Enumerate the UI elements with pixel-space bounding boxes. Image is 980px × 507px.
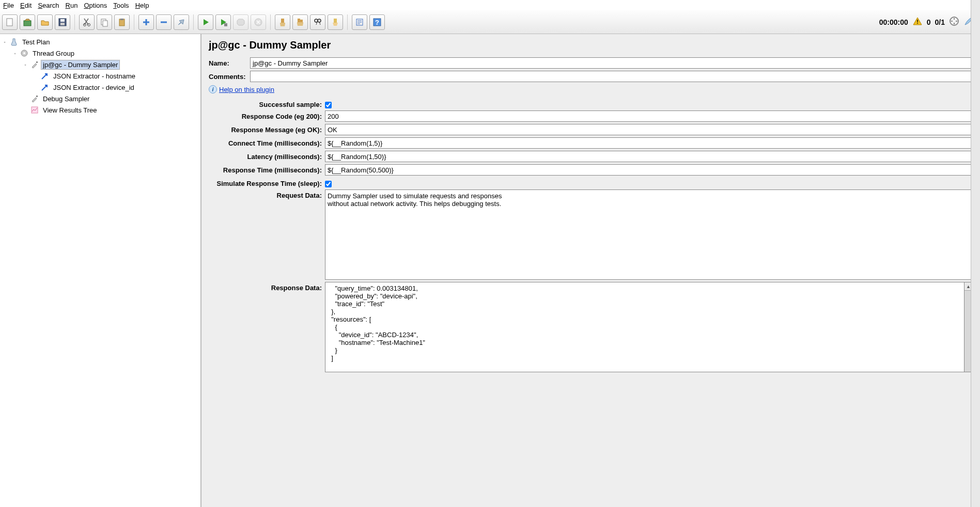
- response-code-input[interactable]: [325, 110, 973, 122]
- expand-toggle-icon[interactable]: ◦: [23, 62, 28, 67]
- menu-run[interactable]: Run: [66, 2, 78, 9]
- expand-toggle-icon[interactable]: ◦: [2, 39, 7, 44]
- connect-time-label: Connect Time (milliseconds):: [209, 137, 325, 147]
- main-area: ◦ Test Plan ◦ Thread Group ◦ jp@gc - Dum…: [0, 34, 980, 507]
- response-message-input[interactable]: [325, 124, 973, 135]
- clear-all-button[interactable]: [292, 14, 308, 30]
- svg-rect-26: [36, 61, 38, 63]
- warning-count: 0: [927, 18, 931, 26]
- request-data-label: Request Data:: [209, 189, 325, 199]
- open-button[interactable]: [37, 14, 53, 30]
- response-time-label: Response Time (milliseconds):: [209, 164, 325, 174]
- toggle-button[interactable]: [174, 14, 189, 30]
- gear-icon: [20, 49, 29, 58]
- arrow-icon: [40, 83, 50, 92]
- response-code-label: Response Code (eg 200):: [209, 110, 325, 120]
- simulate-response-time-label: Simulate Response Time (sleep):: [209, 178, 325, 187]
- cut-button[interactable]: [79, 14, 95, 30]
- svg-rect-8: [103, 21, 107, 26]
- tree-json-extractor-device-id[interactable]: JSON Extractor - device_id: [33, 82, 198, 93]
- successful-sample-label: Successful sample:: [209, 99, 325, 108]
- clear-button[interactable]: [275, 14, 290, 30]
- thread-count: 0/1: [935, 18, 945, 26]
- svg-rect-4: [60, 23, 65, 25]
- tree-dummy-sampler[interactable]: ◦ jp@gc - Dummy Sampler: [23, 59, 198, 70]
- comments-input[interactable]: [250, 71, 973, 82]
- panel-scrollbar[interactable]: [971, 0, 980, 507]
- tree-json-extractor-hostname[interactable]: JSON Extractor - hostname: [33, 70, 198, 82]
- menu-help[interactable]: Help: [135, 2, 149, 9]
- shutdown-button[interactable]: [251, 14, 266, 30]
- menu-search[interactable]: Search: [38, 2, 59, 9]
- svg-rect-14: [298, 19, 300, 22]
- test-plan-tree[interactable]: ◦ Test Plan ◦ Thread Group ◦ jp@gc - Dum…: [0, 34, 201, 507]
- svg-rect-27: [36, 96, 38, 97]
- dropper-icon: [30, 60, 39, 69]
- templates-button[interactable]: [20, 14, 35, 30]
- info-icon: i: [209, 85, 217, 93]
- response-time-input[interactable]: [325, 164, 973, 176]
- function-helper-button[interactable]: [352, 14, 367, 30]
- response-data-label: Response Data:: [209, 282, 325, 292]
- svg-rect-0: [7, 19, 12, 26]
- start-button[interactable]: [198, 14, 213, 30]
- paste-button[interactable]: [114, 14, 130, 30]
- latency-input[interactable]: [325, 151, 973, 162]
- status-bar: 00:00:00 ! 0 0/1: [879, 16, 978, 28]
- comments-label: Comments:: [209, 71, 250, 81]
- add-button[interactable]: [138, 14, 154, 30]
- new-button[interactable]: [2, 14, 18, 30]
- reset-search-button[interactable]: [328, 14, 343, 30]
- toolbar: ? 00:00:00 ! 0 0/1: [0, 10, 980, 34]
- name-input[interactable]: [250, 57, 973, 69]
- dropper-icon: [30, 94, 39, 103]
- svg-text:?: ?: [375, 19, 379, 26]
- flask-icon: [9, 37, 19, 46]
- help-button[interactable]: ?: [369, 14, 385, 30]
- remove-button[interactable]: [156, 14, 172, 30]
- svg-rect-10: [120, 19, 123, 20]
- help-link[interactable]: Help on this plugin: [219, 86, 274, 93]
- svg-rect-1: [24, 21, 31, 26]
- editor-panel: jp@gc - Dummy Sampler Name: Comments: i …: [201, 34, 980, 507]
- expand-toggle-icon[interactable]: ◦: [12, 51, 18, 56]
- svg-rect-3: [60, 19, 65, 22]
- chart-icon: [30, 105, 39, 115]
- svg-point-25: [23, 52, 25, 54]
- menu-tools[interactable]: Tools: [113, 2, 129, 9]
- name-label: Name:: [209, 57, 250, 67]
- threads-icon: [949, 16, 959, 28]
- stop-button[interactable]: [233, 14, 248, 30]
- request-data-textarea[interactable]: [325, 189, 973, 280]
- arrow-icon: [40, 71, 50, 81]
- svg-text:!: !: [916, 19, 919, 25]
- panel-title: jp@gc - Dummy Sampler: [209, 39, 973, 51]
- copy-button[interactable]: [97, 14, 112, 30]
- simulate-response-time-checkbox[interactable]: [325, 181, 332, 187]
- elapsed-time: 00:00:00: [879, 18, 908, 26]
- tree-thread-group[interactable]: ◦ Thread Group: [12, 47, 198, 59]
- search-button[interactable]: [310, 14, 325, 30]
- warning-icon: !: [912, 17, 923, 27]
- tree-root-test-plan[interactable]: ◦ Test Plan: [2, 36, 198, 47]
- svg-rect-13: [281, 19, 284, 23]
- menubar: File Edit Search Run Options Tools Help: [0, 0, 980, 10]
- tree-debug-sampler[interactable]: Debug Sampler: [23, 93, 198, 104]
- tree-view-results-tree[interactable]: View Results Tree: [23, 104, 198, 116]
- response-message-label: Response Message (eg OK):: [209, 124, 325, 134]
- connect-time-input[interactable]: [325, 137, 973, 149]
- svg-rect-18: [334, 19, 337, 23]
- successful-sample-checkbox[interactable]: [325, 102, 332, 108]
- menu-file[interactable]: File: [3, 2, 14, 9]
- response-data-textarea[interactable]: [325, 282, 965, 372]
- latency-label: Latency (milliseconds):: [209, 151, 325, 161]
- save-button[interactable]: [55, 14, 70, 30]
- menu-options[interactable]: Options: [84, 2, 107, 9]
- menu-edit[interactable]: Edit: [20, 2, 32, 9]
- start-no-timers-button[interactable]: [215, 14, 231, 30]
- svg-rect-11: [224, 23, 227, 26]
